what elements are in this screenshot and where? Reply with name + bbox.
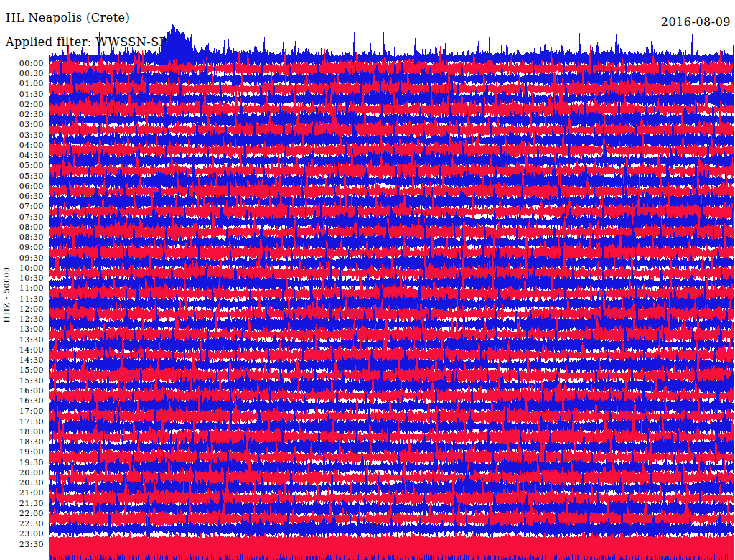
- time-label: 23:00: [0, 528, 44, 539]
- time-label: 22:30: [0, 518, 44, 529]
- time-label: 13:00: [0, 324, 44, 335]
- time-label: 18:30: [0, 437, 44, 447]
- time-label: 12:30: [0, 314, 44, 325]
- helicorder-screen: HL Neapolis (Crete) Applied filter: WWSS…: [0, 0, 735, 560]
- date-label: 2016-08-09: [661, 15, 731, 29]
- time-label: 02:30: [0, 109, 44, 120]
- time-label: 18:00: [0, 426, 44, 437]
- time-label: 14:00: [0, 345, 44, 355]
- filter-label: Applied filter: WWSSN-SP: [6, 35, 167, 49]
- time-label: 01:30: [0, 89, 44, 100]
- time-label: 15:00: [0, 365, 44, 375]
- time-label: 06:30: [0, 191, 44, 202]
- time-label: 04:00: [0, 140, 44, 151]
- time-label: 16:30: [0, 396, 44, 406]
- time-label: 10:30: [0, 273, 44, 284]
- time-label: 08:00: [0, 222, 44, 233]
- helicorder-plot: [0, 0, 735, 560]
- time-label: 21:30: [0, 498, 44, 509]
- time-label: 17:30: [0, 416, 44, 427]
- time-label: 07:00: [0, 201, 44, 212]
- time-label: 11:30: [0, 294, 44, 304]
- time-label: 19:00: [0, 447, 44, 457]
- time-label: 03:00: [0, 119, 44, 130]
- time-label: 00:30: [0, 68, 44, 79]
- time-label: 12:00: [0, 304, 44, 314]
- time-label: 01:00: [0, 78, 44, 89]
- time-axis: 00:0000:3001:0001:3002:0002:3003:0003:30…: [0, 0, 44, 560]
- time-label: 07:30: [0, 212, 44, 223]
- time-label: 02:00: [0, 99, 44, 110]
- time-label: 19:30: [0, 457, 44, 468]
- time-label: 11:00: [0, 283, 44, 294]
- time-label: 09:30: [0, 253, 44, 263]
- time-label: 04:30: [0, 150, 44, 161]
- time-label: 03:30: [0, 130, 44, 141]
- time-label: 06:00: [0, 181, 44, 192]
- time-label: 08:30: [0, 232, 44, 243]
- time-label: 10:00: [0, 263, 44, 274]
- time-label: 05:30: [0, 171, 44, 182]
- time-label: 20:30: [0, 477, 44, 488]
- time-label: 00:00: [0, 58, 44, 69]
- time-label: 05:00: [0, 160, 44, 171]
- time-label: 20:00: [0, 467, 44, 478]
- time-label: 16:00: [0, 386, 44, 396]
- time-label: 17:00: [0, 406, 44, 416]
- time-label: 14:30: [0, 355, 44, 365]
- time-label: 09:00: [0, 242, 44, 253]
- time-label: 21:00: [0, 487, 44, 498]
- time-label: 15:30: [0, 375, 44, 386]
- time-label: 23:30: [0, 539, 44, 550]
- time-label: 22:00: [0, 508, 44, 519]
- time-label: 13:30: [0, 335, 44, 345]
